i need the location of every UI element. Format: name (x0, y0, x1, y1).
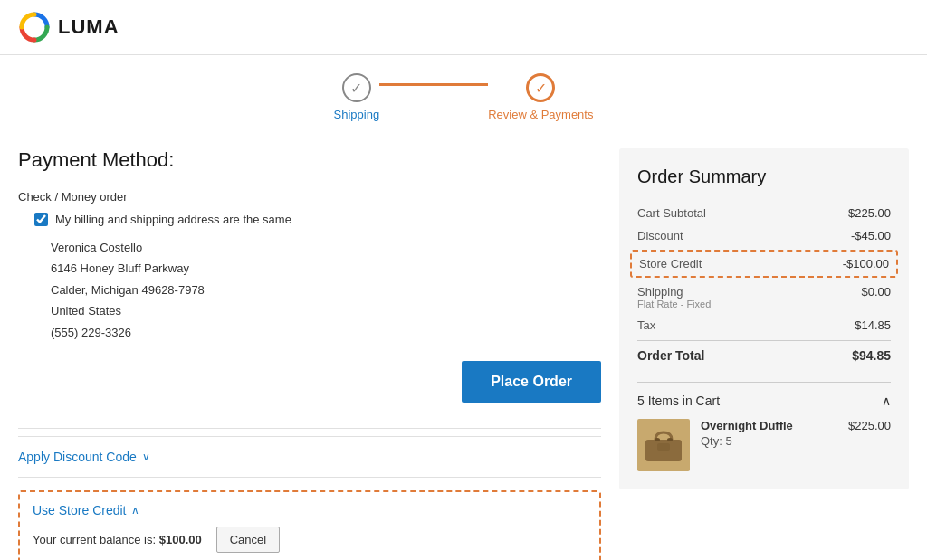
progress-bar: ✓ Shipping ✓ Review & Payments (0, 55, 927, 130)
cart-item-details: Overnight Duffle Qty: 5 (701, 419, 793, 448)
address-block: Veronica Costello 6146 Honey Bluff Parkw… (51, 237, 601, 343)
step-review-payments: ✓ Review & Payments (488, 73, 593, 121)
bag-svg (641, 427, 686, 463)
chevron-up-cart-icon: ∧ (882, 394, 891, 408)
step-connector (379, 83, 488, 86)
payment-method-label: Check / Money order (18, 190, 601, 204)
chevron-up-icon: ∧ (131, 504, 139, 517)
cart-item: Overnight Duffle Qty: 5 $225.00 (637, 419, 891, 471)
place-order-row: Place Order (18, 343, 601, 421)
svg-rect-2 (657, 443, 670, 451)
discount-toggle-label: Apply Discount Code (18, 450, 137, 464)
store-credit-cancel-button[interactable]: Cancel (216, 527, 280, 553)
same-address-row: My billing and shipping address are the … (34, 213, 601, 226)
order-summary-card: Order Summary Cart Subtotal $225.00 Disc… (619, 148, 909, 489)
address-name: Veronica Costello (51, 237, 601, 258)
order-total-label: Order Total (637, 348, 704, 363)
store-credit-balance-amount: $100.00 (159, 533, 202, 546)
discount-toggle[interactable]: Apply Discount Code ∨ (18, 450, 601, 464)
discount-section: Apply Discount Code ∨ (18, 436, 601, 478)
page-wrapper: LUMA ✓ Shipping ✓ Review & Payments Paym… (0, 0, 927, 560)
same-address-checkbox[interactable] (34, 213, 48, 226)
summary-row-tax: Tax $14.85 (637, 314, 891, 337)
place-order-button[interactable]: Place Order (462, 361, 601, 403)
order-summary-title: Order Summary (637, 166, 891, 187)
address-country: United States (51, 300, 601, 321)
items-in-cart-label: 5 Items in Cart (637, 394, 720, 408)
luma-logo-icon (18, 11, 51, 43)
items-in-cart-toggle[interactable]: 5 Items in Cart ∧ (637, 382, 891, 408)
store-credit-toggle-label: Use Store Credit (33, 503, 126, 517)
step-review-payments-label: Review & Payments (488, 108, 593, 121)
cart-item-image (637, 419, 690, 471)
summary-row-store-credit: Store Credit -$100.00 (630, 250, 898, 278)
svg-point-3 (655, 438, 660, 441)
address-phone: (555) 229-3326 (51, 322, 601, 343)
right-panel: Order Summary Cart Subtotal $225.00 Disc… (619, 148, 909, 560)
header: LUMA (0, 0, 927, 55)
step-shipping: ✓ Shipping (334, 73, 380, 121)
cart-item-qty: Qty: 5 (701, 434, 793, 448)
summary-row-discount: Discount -$45.00 (637, 224, 891, 247)
payment-method-title: Payment Method: (18, 148, 601, 172)
store-credit-body: Your current balance is: $100.00 Cancel (33, 527, 587, 553)
store-credit-section: Use Store Credit ∧ Your current balance … (18, 490, 601, 560)
step-shipping-label: Shipping (334, 108, 380, 121)
store-credit-toggle[interactable]: Use Store Credit ∧ (33, 503, 587, 517)
divider-1 (18, 428, 601, 429)
cart-item-price: $225.00 (848, 419, 891, 432)
cart-item-name: Overnight Duffle (701, 419, 793, 432)
svg-point-4 (667, 438, 673, 441)
step-review-payments-circle: ✓ (526, 73, 555, 102)
summary-row-shipping: Shipping Flat Rate - Fixed $0.00 (637, 280, 891, 314)
same-address-label: My billing and shipping address are the … (55, 213, 291, 226)
left-panel: Payment Method: Check / Money order My b… (18, 148, 601, 560)
summary-row-total: Order Total $94.85 (637, 340, 891, 367)
address-street: 6146 Honey Bluff Parkway (51, 258, 601, 279)
summary-row-subtotal: Cart Subtotal $225.00 (637, 202, 891, 224)
main-content: Payment Method: Check / Money order My b… (0, 130, 927, 560)
order-total-value: $94.85 (852, 348, 891, 363)
address-city-state-zip: Calder, Michigan 49628-7978 (51, 280, 601, 300)
store-credit-balance-text: Your current balance is: $100.00 (33, 533, 202, 546)
logo-text: LUMA (58, 15, 119, 39)
chevron-down-icon: ∨ (142, 451, 150, 463)
step-shipping-circle: ✓ (342, 73, 371, 102)
logo: LUMA (18, 11, 119, 43)
